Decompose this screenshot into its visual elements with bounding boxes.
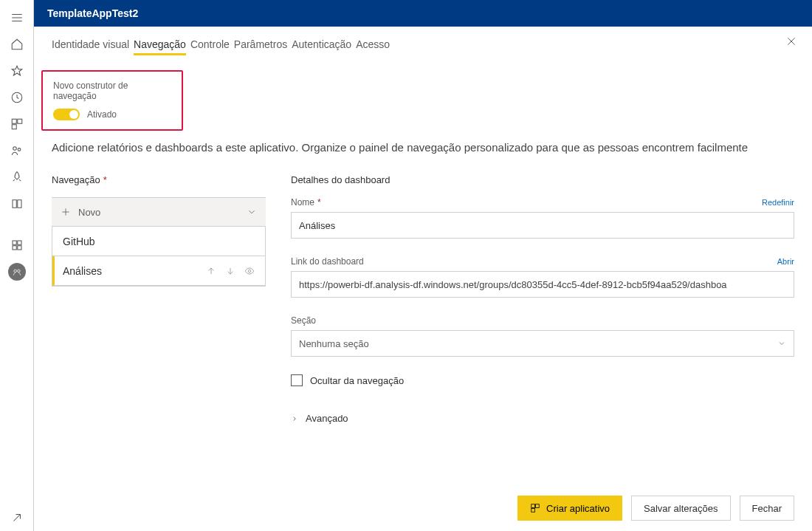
hide-nav-checkbox[interactable]: Ocultar da navegação [291, 374, 794, 386]
footer-actions: Criar aplicativo Salvar alterações Fecha… [517, 496, 794, 521]
new-nav-item-button[interactable]: Novo [52, 197, 266, 227]
recent-icon[interactable] [0, 84, 34, 111]
svg-rect-14 [536, 504, 540, 508]
link-label: Link do dashboard [291, 256, 364, 267]
move-down-icon[interactable] [225, 266, 235, 276]
svg-rect-13 [531, 504, 535, 508]
svg-rect-9 [17, 246, 21, 250]
star-icon[interactable] [0, 58, 34, 84]
svg-rect-6 [13, 241, 16, 244]
home-icon[interactable] [0, 31, 34, 58]
page-description: Adicione relatórios e dashboards a este … [52, 141, 794, 154]
svg-point-12 [248, 270, 251, 273]
nav-item-analises[interactable]: Análises [52, 256, 265, 286]
deploy-icon[interactable] [0, 164, 34, 191]
details-heading: Detalhes do dashboard [291, 174, 794, 185]
tab-branding[interactable]: Identidade visual [52, 37, 129, 57]
chevron-right-icon [291, 415, 298, 422]
tab-control[interactable]: Controle [190, 37, 230, 57]
title-bar: TemplateAppTest2 [34, 0, 812, 27]
svg-rect-2 [17, 119, 21, 123]
app-icon [530, 503, 540, 513]
svg-rect-15 [531, 509, 535, 513]
nav-builder-highlight: Novo construtor de navegação Ativado [41, 70, 183, 131]
svg-point-11 [17, 270, 19, 273]
visibility-icon[interactable] [244, 266, 255, 276]
apps-icon[interactable] [0, 111, 34, 137]
chevron-down-icon [247, 207, 257, 217]
link-input[interactable] [291, 271, 794, 298]
nav-item-github[interactable]: GitHub [52, 227, 265, 256]
nav-builder-label: Novo construtor de navegação [53, 80, 171, 101]
nav-section-label: Navegação* [52, 174, 266, 185]
left-nav-rail [0, 0, 34, 531]
name-label: Nome* [291, 197, 321, 208]
tab-authentication[interactable]: Autenticação [292, 37, 351, 57]
chevron-down-icon [777, 339, 786, 348]
app-title: TemplateAppTest2 [47, 7, 138, 19]
svg-rect-8 [13, 246, 16, 250]
open-link[interactable]: Abrir [777, 257, 794, 266]
learn-icon[interactable] [0, 191, 34, 217]
tab-access[interactable]: Acesso [356, 37, 390, 57]
name-input[interactable] [291, 212, 794, 239]
shared-icon[interactable] [0, 137, 34, 164]
svg-point-4 [13, 147, 16, 151]
svg-point-5 [18, 148, 21, 151]
close-icon[interactable] [785, 35, 797, 49]
svg-point-10 [13, 270, 16, 273]
svg-rect-1 [12, 119, 16, 123]
menu-icon[interactable] [0, 4, 34, 31]
tab-strip: Identidade visual Navegação Controle Par… [52, 37, 794, 57]
checkbox-icon [291, 374, 303, 386]
section-label: Seção [291, 315, 316, 326]
svg-rect-3 [12, 125, 16, 129]
save-button[interactable]: Salvar alterações [631, 496, 730, 521]
advanced-toggle[interactable]: Avançado [291, 413, 794, 424]
tab-navigation[interactable]: Navegação [134, 37, 186, 57]
get-data-icon[interactable] [0, 504, 34, 531]
close-button[interactable]: Fechar [740, 496, 794, 521]
plus-icon [61, 207, 71, 217]
nav-builder-toggle[interactable] [53, 109, 80, 120]
move-up-icon[interactable] [206, 266, 216, 276]
nav-builder-state: Ativado [87, 109, 117, 120]
reset-name-link[interactable]: Redefinir [762, 198, 794, 207]
create-app-button[interactable]: Criar aplicativo [517, 496, 622, 521]
current-workspace-icon[interactable] [8, 263, 26, 281]
tab-parameters[interactable]: Parâmetros [234, 37, 287, 57]
section-select[interactable]: Nenhuma seção [291, 330, 794, 357]
svg-rect-7 [17, 241, 21, 244]
workspaces-icon[interactable] [0, 232, 34, 258]
